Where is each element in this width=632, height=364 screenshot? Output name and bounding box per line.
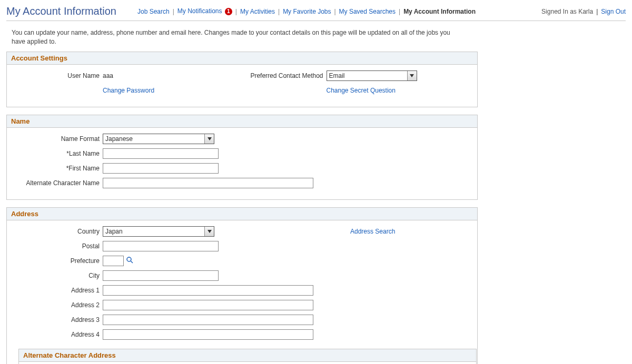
svg-marker-0	[410, 74, 414, 77]
city-label: City	[13, 272, 103, 279]
last-name-label: *Last Name	[13, 150, 103, 157]
nav-my-favorite-jobs[interactable]: My Favorite Jobs	[283, 8, 331, 15]
preferred-contact-method-value: Email	[327, 71, 417, 80]
first-name-input[interactable]	[103, 163, 219, 174]
address4-input[interactable]	[103, 329, 313, 340]
nav-my-account-information: My Account Information	[403, 8, 476, 15]
nav-sep: |	[278, 8, 280, 15]
address3-label: Address 3	[13, 316, 103, 323]
name-section: Name Name Format Japanese *Last Name *Fi…	[6, 115, 478, 200]
nav-my-notifications-label: My Notifications	[177, 7, 222, 15]
sign-out-link[interactable]: Sign Out	[601, 8, 626, 15]
address1-label: Address 1	[13, 287, 103, 294]
svg-marker-1	[208, 137, 212, 140]
address4-label: Address 4	[13, 331, 103, 338]
first-name-label: *First Name	[13, 165, 103, 172]
alternate-character-name-label: Alternate Character Name	[13, 179, 103, 187]
account-settings-header: Account Settings	[7, 52, 477, 65]
name-format-value: Japanese	[103, 134, 202, 144]
alt-address-header: Alternate Character Address	[19, 349, 476, 362]
country-select[interactable]: Japan	[103, 226, 214, 237]
prefecture-label: Prefecture	[13, 257, 103, 265]
country-value: Japan	[103, 227, 202, 236]
nav-my-saved-searches[interactable]: My Saved Searches	[339, 8, 396, 15]
svg-marker-2	[208, 230, 212, 233]
nav-job-search[interactable]: Job Search	[137, 8, 170, 15]
alt-address-section: Alternate Character Address City Address…	[18, 349, 477, 364]
nav-sep: |	[399, 8, 400, 15]
signed-in-as: Signed In as Karla	[541, 8, 593, 15]
address-search-link[interactable]: Address Search	[350, 228, 395, 235]
address2-input[interactable]	[103, 300, 313, 310]
user-name-value: aaa	[103, 72, 113, 79]
preferred-contact-method-label: Preferred Contact Method	[242, 72, 327, 79]
address1-input[interactable]	[103, 285, 313, 296]
address-section-header: Address	[7, 208, 477, 220]
name-format-select[interactable]: Japanese	[103, 134, 214, 144]
page-title: My Account Information	[6, 5, 116, 17]
postal-input[interactable]	[103, 241, 219, 251]
user-name-label: User Name	[13, 72, 103, 79]
change-password-link[interactable]: Change Password	[103, 87, 154, 94]
address2-label: Address 2	[13, 301, 103, 309]
notifications-badge: 1	[225, 8, 232, 15]
change-secret-question-link[interactable]: Change Secret Question	[327, 87, 396, 94]
dropdown-arrow-icon	[204, 134, 214, 144]
alternate-character-name-input[interactable]	[103, 178, 313, 188]
top-nav: Job Search | My Notifications 1 | My Act…	[137, 7, 476, 15]
nav-my-activities[interactable]: My Activities	[240, 8, 275, 15]
svg-point-3	[127, 257, 131, 261]
last-name-input[interactable]	[103, 148, 219, 159]
dropdown-arrow-icon	[407, 71, 417, 80]
address-section: Address Country Japan Postal	[6, 207, 478, 364]
intro-text: You can update your name, address, phone…	[12, 28, 465, 46]
right-nav: Signed In as Karla | Sign Out	[541, 8, 626, 15]
nav-sep: |	[173, 8, 174, 15]
nav-sep: |	[596, 8, 598, 15]
svg-line-4	[131, 261, 133, 263]
top-bar: My Account Information Job Search | My N…	[6, 5, 626, 21]
name-format-label: Name Format	[13, 135, 103, 143]
country-label: Country	[13, 228, 103, 235]
nav-sep: |	[334, 8, 335, 15]
preferred-contact-method-select[interactable]: Email	[327, 70, 417, 81]
nav-my-notifications[interactable]: My Notifications 1	[177, 7, 232, 15]
nav-sep: |	[235, 8, 237, 15]
city-input[interactable]	[103, 270, 219, 281]
account-settings-section: Account Settings User Name aaa Change Pa…	[6, 52, 478, 107]
dropdown-arrow-icon	[204, 227, 214, 236]
name-section-header: Name	[7, 115, 477, 128]
address3-input[interactable]	[103, 315, 313, 325]
postal-label: Postal	[13, 242, 103, 250]
prefecture-input[interactable]	[103, 256, 124, 266]
prefecture-lookup-icon[interactable]	[126, 256, 133, 265]
